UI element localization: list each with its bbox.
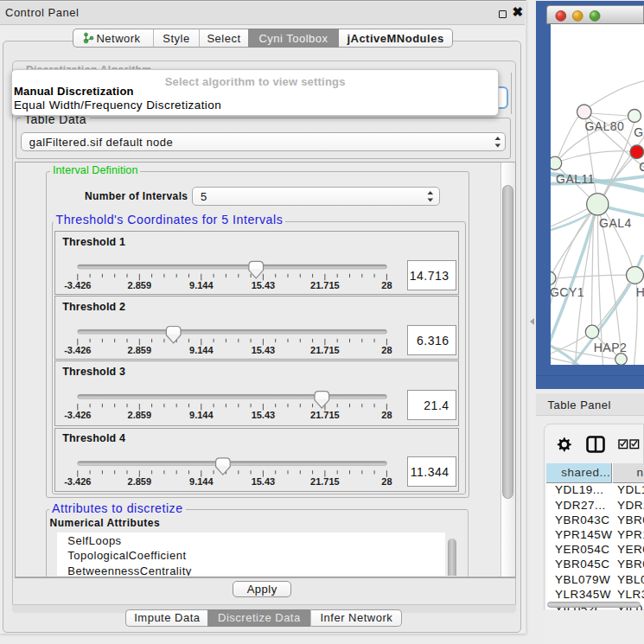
svg-text:GAL80: GAL80: [584, 119, 624, 133]
svg-text:2.859: 2.859: [128, 280, 152, 290]
svg-text:GCY1: GCY1: [551, 285, 584, 299]
svg-text:GAL4: GAL4: [599, 216, 632, 230]
svg-text:-3.426: -3.426: [64, 410, 91, 420]
svg-text:9.144: 9.144: [189, 280, 214, 290]
svg-text:HAP2: HAP2: [593, 341, 626, 354]
svg-text:21.715: 21.715: [310, 280, 340, 290]
svg-text:28: 28: [381, 410, 392, 420]
svg-text:H: H: [635, 285, 644, 299]
svg-text:2.859: 2.859: [128, 476, 152, 487]
svg-text:15.43: 15.43: [252, 410, 276, 420]
svg-text:9.144: 9.144: [189, 410, 214, 420]
svg-text:28: 28: [381, 345, 392, 355]
svg-text:9.144: 9.144: [189, 476, 214, 487]
svg-text:-3.426: -3.426: [64, 345, 91, 355]
svg-text:GAL11: GAL11: [556, 172, 595, 186]
svg-text:9.144: 9.144: [189, 345, 214, 355]
svg-text:GA: GA: [634, 125, 644, 139]
svg-text:15.43: 15.43: [252, 280, 276, 290]
svg-text:-3.426: -3.426: [64, 280, 91, 290]
svg-text:-3.426: -3.426: [64, 476, 91, 487]
svg-text:21.715: 21.715: [310, 345, 340, 355]
svg-text:2.859: 2.859: [128, 345, 152, 355]
svg-text:CA: CA: [639, 160, 644, 174]
svg-text:28: 28: [381, 280, 392, 290]
svg-text:21.715: 21.715: [310, 410, 340, 420]
svg-text:15.43: 15.43: [252, 476, 276, 487]
svg-text:15.43: 15.43: [252, 345, 276, 355]
svg-text:21.715: 21.715: [310, 476, 340, 487]
svg-text:2.859: 2.859: [128, 410, 152, 420]
svg-text:28: 28: [381, 476, 392, 487]
